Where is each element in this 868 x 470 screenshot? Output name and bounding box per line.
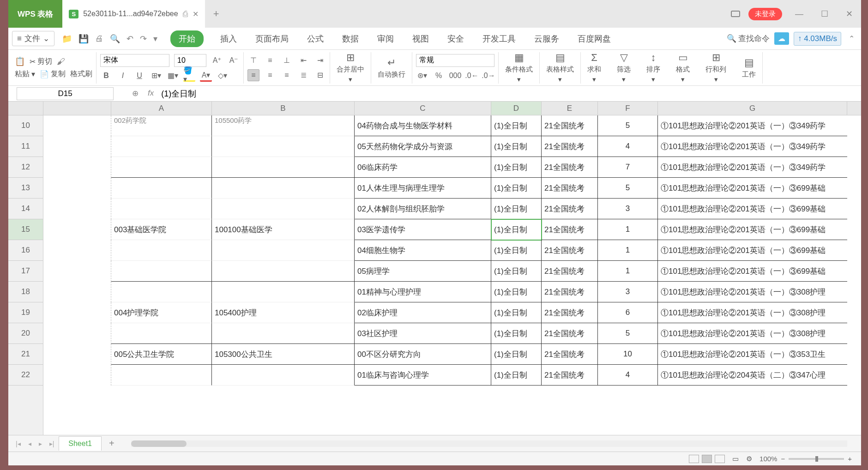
paste-button[interactable]: 粘贴▾ [15,69,35,79]
cell[interactable]: ①101思想政治理论②201英语（一）③308护理 [658,323,847,344]
cell[interactable] [111,261,212,282]
cell[interactable] [111,136,212,157]
cell[interactable]: 004护理学院 [111,302,212,323]
file-menu-button[interactable]: ≡ 文件 ⌄ [12,31,54,46]
row-header[interactable]: 12 [8,157,43,178]
underline-button[interactable]: U [133,70,145,82]
cell[interactable]: 21全国统考 [542,178,598,199]
cell[interactable]: ①101思想政治理论②201英语（一）③699基础 [658,240,847,261]
cloud-icon[interactable]: ☁ [774,32,789,45]
add-tab-button[interactable]: + [205,0,228,28]
cell[interactable]: ①101思想政治理论②201英语（一）③699基础 [658,219,847,240]
cell[interactable]: 21全国统考 [542,136,598,157]
cell[interactable]: 21全国统考 [542,199,598,219]
cell[interactable]: 06临床药学 [355,157,491,178]
align-bottom-icon[interactable]: ⊥ [281,54,293,66]
cell[interactable]: 105400护理 [212,302,355,323]
row-header[interactable]: 19 [8,302,43,323]
zoom-out-icon[interactable]: − [781,455,785,463]
cell[interactable]: ①101思想政治理论②201英语（一）③308护理 [658,302,847,323]
cell[interactable]: 21全国统考 [542,157,598,178]
italic-button[interactable]: I [117,70,129,82]
merge-center-button[interactable]: ⊞合并居中▾ [334,52,367,84]
view-normal-icon[interactable] [689,455,699,463]
cell[interactable]: 02人体解剖与组织胚胎学 [355,199,491,219]
cell[interactable]: 1 [598,219,658,240]
row-header[interactable]: 16 [8,240,43,261]
cell[interactable] [111,157,212,178]
tab-start[interactable]: 开始 [170,30,204,47]
cell[interactable]: ①101思想政治理论②201英语（一）③353卫生 [658,344,847,365]
cell[interactable] [212,282,355,302]
format-painter-icon[interactable]: 🖌 [57,57,65,66]
name-box[interactable] [17,87,114,100]
cell[interactable] [111,282,212,302]
collapse-ribbon-icon[interactable]: ⌃ [846,34,857,43]
conditional-format-button[interactable]: ▦条件格式▾ [502,52,536,84]
scrollbar-thumb[interactable] [131,440,187,447]
brush-button[interactable]: 格式刷 [70,69,92,79]
decrease-decimal-icon[interactable]: .0→ [482,70,494,82]
cell[interactable]: 21全国统考 [542,302,598,323]
save-icon[interactable]: 💾 [78,33,90,45]
qat-more-icon[interactable]: ▾ [152,33,158,45]
tab-review[interactable]: 审阅 [375,30,396,47]
align-right-icon[interactable]: ≡ [281,69,293,81]
cell[interactable] [111,240,212,261]
formula-input[interactable] [154,89,861,98]
cell[interactable]: 4 [598,136,658,157]
cell[interactable]: 01精神与心理护理 [355,282,491,302]
row-header[interactable]: 21 [8,344,43,365]
percent-icon[interactable]: % [433,70,445,82]
col-header-G[interactable]: G [658,102,847,115]
cell[interactable]: ①101思想政治理论②201英语（一）③349药学 [658,115,847,136]
shrink-font-icon[interactable]: A⁻ [228,54,240,66]
cell[interactable]: 7 [598,157,658,178]
increase-decimal-icon[interactable]: .0← [466,70,478,82]
close-tab-icon[interactable]: ✕ [193,10,199,18]
row-header[interactable]: 11 [8,136,43,157]
cell[interactable]: ①101思想政治理论②201英语（一）③699基础 [658,261,847,282]
cell[interactable]: 21全国统考 [542,323,598,344]
row-header[interactable]: 13 [8,178,43,199]
search-command[interactable]: 🔍 查找命令 [727,33,770,44]
cell[interactable]: ①101思想政治理论②201英语（一）③349药学 [658,136,847,157]
col-header-D[interactable]: D [491,102,542,115]
cell[interactable] [212,240,355,261]
currency-icon[interactable]: ⊛▾ [416,70,428,82]
tab-security[interactable]: 安全 [446,30,466,47]
filter-button[interactable]: ▽筛选▾ [614,52,633,84]
cell[interactable]: 002药学院 [111,115,212,136]
cell[interactable] [212,365,355,386]
justify-icon[interactable]: ≣ [297,69,309,81]
cell[interactable]: ①101思想政治理论②201英语（一）③349药学 [658,157,847,178]
font-name-select[interactable] [100,54,169,67]
tab-insert[interactable]: 插入 [218,30,239,47]
cell[interactable]: (1)全日制 [491,136,542,157]
zoom-level[interactable]: 100% [760,455,777,463]
tab-layout[interactable]: 页面布局 [253,30,290,47]
cell[interactable]: 21全国统考 [542,219,598,240]
select-all-corner[interactable] [8,102,43,115]
cell[interactable]: (1)全日制 [491,219,542,240]
cell[interactable]: 105300公共卫生 [212,344,355,365]
tab-devtools[interactable]: 开发工具 [481,30,518,47]
cell[interactable]: 4 [598,365,658,386]
cell[interactable]: 105500药学 [212,115,355,136]
device-icon[interactable] [731,11,740,17]
clear-format-button[interactable]: ◇▾ [217,70,229,82]
row-header[interactable]: 18 [8,282,43,302]
cell[interactable]: (1)全日制 [491,115,542,136]
align-top-icon[interactable]: ⊤ [247,54,259,66]
cell[interactable]: 3 [598,282,658,302]
col-header-B[interactable]: B [212,102,355,115]
tab-formula[interactable]: 公式 [305,30,326,47]
settings-icon[interactable]: ⚙ [746,455,752,463]
cell[interactable]: 02临床护理 [355,302,491,323]
cell[interactable] [212,136,355,157]
comma-icon[interactable]: 000 [449,70,461,82]
number-format-select[interactable] [416,54,494,67]
reading-mode-icon[interactable]: ▭ [732,455,739,463]
cell[interactable] [212,199,355,219]
login-status[interactable]: 未登录 [748,8,782,20]
